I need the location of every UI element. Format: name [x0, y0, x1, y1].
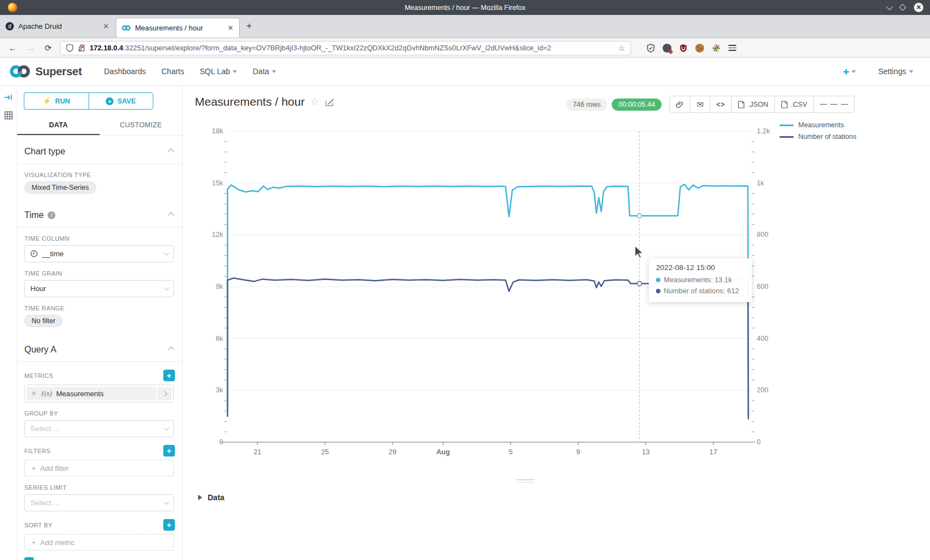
legend-item[interactable]: Measurements — [779, 121, 856, 129]
firefox-menu-icon[interactable] — [728, 44, 736, 53]
control-panel: ⚡ RUN + SAVE DATA CUSTOMIZE Chart type V… — [17, 86, 183, 560]
plus-circle-icon: + — [106, 97, 113, 105]
series-limit-select[interactable]: Select ... — [24, 494, 174, 511]
add-sort-metric-button[interactable]: + — [163, 519, 175, 531]
url-bar[interactable]: 172.18.0.4:32251/superset/explore/?form_… — [60, 41, 631, 55]
ublock-icon[interactable] — [679, 44, 688, 53]
nav-charts[interactable]: Charts — [162, 67, 184, 76]
dataset-grid-icon[interactable] — [3, 111, 13, 122]
add-metric-button[interactable]: + — [163, 370, 175, 381]
settings-menu[interactable]: Settings — [878, 67, 913, 76]
save-button[interactable]: + SAVE — [89, 92, 154, 110]
legend-item[interactable]: Number of stations — [779, 133, 856, 141]
sort-descending-checkbox[interactable]: ✓ — [24, 557, 34, 560]
svg-text:6k: 6k — [216, 335, 224, 343]
shield-icon[interactable] — [66, 44, 74, 52]
brand-name: Superset — [35, 65, 82, 78]
metric-chip[interactable]: ✕ ƒ(x) Measurements — [27, 387, 156, 400]
chevron-down-icon — [164, 425, 169, 431]
chart-area: Measurements / hour ☆ 746 rows 00:00:05.… — [183, 86, 930, 560]
chevron-right-icon — [162, 391, 167, 396]
add-sort-metric-field[interactable]: + Add metric — [24, 534, 174, 551]
browser-tab-apache-druid[interactable]: d Apache Druid ✕ — [0, 14, 115, 38]
time-column-label: TIME COLUMN — [24, 235, 175, 242]
add-filter-field[interactable]: + Add filter — [24, 460, 174, 476]
panel-tabs: DATA CUSTOMIZE — [17, 117, 182, 136]
left-icon-rail — [0, 86, 17, 560]
tab-customize[interactable]: CUSTOMIZE — [100, 117, 182, 135]
chevron-down-icon — [272, 70, 276, 73]
time-grain-select[interactable]: Hour — [24, 280, 174, 297]
forward-button[interactable]: → — [24, 43, 37, 53]
tab-label: Apache Druid — [18, 22, 99, 30]
metric-field[interactable]: ✕ ƒ(x) Measurements — [24, 385, 174, 402]
section-time[interactable]: Time i — [17, 199, 182, 227]
viz-type-value[interactable]: Mixed Time-Series — [24, 182, 96, 194]
svg-text:17: 17 — [710, 448, 717, 456]
superset-logo[interactable]: Superset — [9, 65, 82, 78]
svg-text:0: 0 — [219, 438, 223, 446]
cookie-extension-icon[interactable] — [695, 44, 704, 53]
tab-label: Measurements / hour — [135, 24, 223, 32]
svg-text:5: 5 — [509, 448, 513, 456]
group-by-select[interactable]: Select ... — [24, 420, 174, 437]
svg-text:13: 13 — [642, 448, 650, 456]
tab-data[interactable]: DATA — [17, 117, 100, 135]
expand-datasource-icon[interactable] — [3, 94, 13, 103]
bookmark-star-icon[interactable]: ☆ — [618, 44, 625, 53]
window-titlebar: Measurements / hour — Mozilla Firefox ✕ — [0, 0, 930, 15]
browser-tabstrip: d Apache Druid ✕ Measurements / hour ✕ + — [0, 15, 930, 38]
browser-tab-measurements[interactable]: Measurements / hour ✕ — [116, 18, 240, 38]
panel-resize-handle[interactable] — [516, 479, 535, 484]
timeseries-chart[interactable]: 212529Aug59131703k6k9k12k15k18k020040060… — [183, 86, 930, 490]
new-tab-button[interactable]: + — [240, 14, 259, 38]
tooltip-title: 2022-08-12 15:00 — [656, 263, 745, 272]
svg-text:1.2k: 1.2k — [757, 127, 770, 135]
druid-favicon: d — [6, 22, 14, 30]
metric-name: Measurements — [56, 390, 104, 398]
chart-tooltip: 2022-08-12 15:00 Measurements: 13.1kNumb… — [649, 258, 752, 302]
svg-text:3k: 3k — [216, 386, 224, 394]
svg-text:12k: 12k — [212, 231, 224, 238]
time-column-select[interactable]: __time — [24, 245, 174, 262]
insecure-lock-icon[interactable] — [78, 44, 85, 52]
superset-navbar: Superset Dashboards Charts SQL Lab Data … — [0, 58, 930, 86]
sort-by-label: SORT BY + — [24, 519, 175, 531]
chart-legend: MeasurementsNumber of stations — [779, 121, 856, 144]
back-button[interactable]: ← — [7, 43, 19, 53]
nav-dashboards[interactable]: Dashboards — [104, 67, 146, 76]
window-title: Measurements / hour — Mozilla Firefox — [405, 4, 525, 12]
window-minimize-icon[interactable] — [886, 3, 893, 11]
colorful-extension-icon[interactable] — [712, 44, 721, 53]
tab-close-icon[interactable]: ✕ — [228, 24, 234, 32]
section-query-a[interactable]: Query A — [17, 334, 182, 361]
nav-sql-lab[interactable]: SQL Lab — [200, 67, 237, 76]
chevron-up-icon — [168, 212, 174, 218]
metric-expand[interactable] — [157, 387, 172, 400]
protections-shield-icon[interactable] — [647, 44, 655, 53]
window-close-icon[interactable]: ✕ — [914, 3, 923, 12]
window-maximize-icon[interactable] — [899, 4, 906, 11]
time-range-value[interactable]: No filter — [24, 315, 63, 327]
svg-text:15k: 15k — [212, 179, 224, 187]
legend-label: Measurements — [798, 121, 844, 129]
new-item-button[interactable]: + — [843, 66, 856, 77]
remove-icon[interactable]: ✕ — [31, 390, 37, 397]
group-by-label: GROUP BY — [24, 410, 175, 417]
nav-data[interactable]: Data — [252, 67, 276, 76]
privacy-extension-icon[interactable] — [663, 44, 671, 53]
add-filter-button[interactable]: + — [163, 445, 175, 457]
url-text: 172.18.0.4:32251/superset/explore/?form_… — [90, 44, 613, 52]
svg-text:800: 800 — [757, 231, 768, 238]
data-section-toggle[interactable]: Data — [198, 493, 224, 502]
section-chart-type[interactable]: Chart type — [17, 136, 182, 163]
tab-close-icon[interactable]: ✕ — [103, 22, 109, 30]
run-button[interactable]: ⚡ RUN — [24, 92, 89, 110]
svg-text:200: 200 — [757, 386, 768, 394]
superset-infinity-icon — [9, 65, 31, 78]
metrics-label: METRICS + — [24, 370, 175, 381]
caret-right-icon — [198, 495, 202, 500]
superset-favicon — [122, 25, 131, 31]
reload-button[interactable]: ⟳ — [42, 43, 54, 53]
svg-text:9: 9 — [576, 448, 580, 456]
